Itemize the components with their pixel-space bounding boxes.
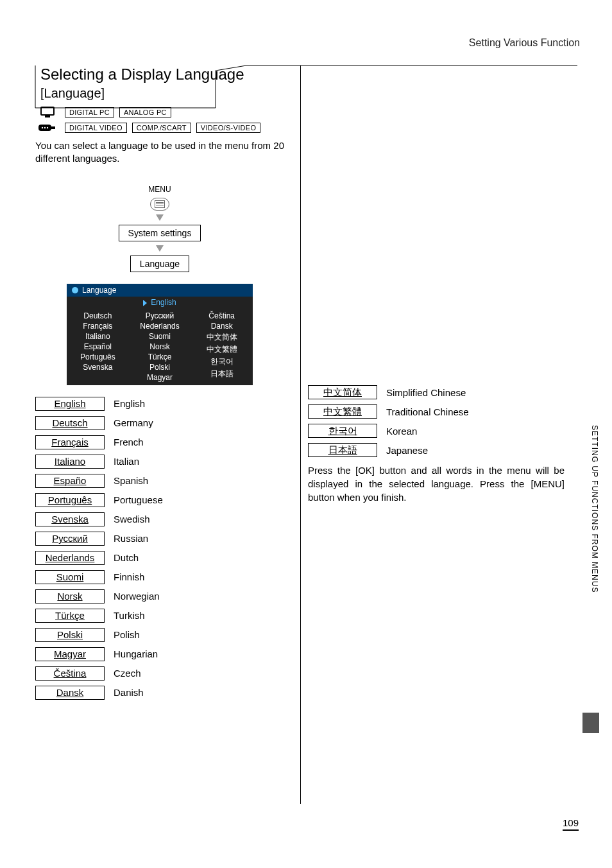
language-description: Danish [114, 687, 144, 698]
arrow-down-icon [156, 245, 164, 252]
section-title: Selecting a Display Language [40, 65, 284, 83]
column-divider [300, 65, 301, 804]
language-row: DeutschGermany [35, 416, 284, 430]
menu-label: MENU [148, 185, 171, 194]
language-description: Turkish [114, 610, 145, 621]
badge-video-svideo: VIDEO/S-VIDEO [196, 123, 260, 133]
menu-button-icon [150, 198, 169, 211]
language-option-button[interactable]: 中文简体 [308, 385, 377, 399]
badge-analog-pc: ANALOG PC [119, 107, 171, 117]
language-description: Dutch [114, 552, 139, 563]
language-row: MagyarHungarian [35, 647, 284, 661]
language-row: NorskNorwegian [35, 589, 284, 603]
language-option-button[interactable]: Português [35, 493, 105, 507]
arrow-down-icon [156, 214, 164, 221]
language-option-button[interactable]: 中文繁體 [308, 404, 377, 419]
svg-point-10 [44, 127, 46, 128]
language-description: English [114, 398, 145, 409]
language-row: DanskDanish [35, 686, 284, 700]
language-description: Japanese [386, 445, 428, 456]
language-row: 中文繁體Traditional Chinese [308, 404, 565, 419]
language-option-button[interactable]: Norsk [35, 589, 105, 603]
language-description: Simplified Chinese [386, 387, 466, 398]
section-subtitle: [Language] [40, 86, 284, 101]
language-description: Hungarian [114, 648, 158, 659]
language-option-button[interactable]: Čeština [35, 666, 105, 681]
language-row: PolskiPolish [35, 628, 284, 642]
language-description: Traditional Chinese [386, 406, 469, 417]
osd-caret-icon [143, 300, 147, 306]
badge-digital-video: DIGITAL VIDEO [65, 123, 127, 133]
badge-comp-scart: COMP./SCART [132, 123, 191, 133]
svg-point-11 [47, 127, 48, 128]
language-description: French [114, 437, 144, 447]
language-option-button[interactable]: Españo [35, 474, 105, 488]
language-row: EnglishEnglish [35, 397, 284, 411]
language-row: EspañoSpanish [35, 474, 284, 488]
language-row: FrançaisFrench [35, 435, 284, 449]
svg-rect-5 [41, 107, 54, 115]
language-row: РусскийRussian [35, 532, 284, 546]
language-description: Portuguese [114, 494, 163, 505]
language-option-button[interactable]: 日本語 [308, 443, 377, 457]
language-row: TürkçeTurkish [35, 609, 284, 623]
language-option-button[interactable]: 한국어 [308, 424, 377, 438]
language-option-button[interactable]: Magyar [35, 647, 105, 661]
language-row: SuomiFinnish [35, 570, 284, 584]
menu-navigation-flow: MENU System settings Language [35, 185, 284, 272]
connector-icon [35, 123, 60, 133]
language-description: Norwegian [114, 591, 160, 602]
language-description: Finnish [114, 571, 144, 582]
language-option-button[interactable]: Italiano [35, 455, 105, 469]
language-description: Czech [114, 668, 141, 679]
language-row: 한국어Korean [308, 424, 565, 438]
language-option-button[interactable]: English [35, 397, 105, 411]
language-option-button[interactable]: Dansk [35, 686, 105, 700]
language-option-button[interactable]: Deutsch [35, 416, 105, 430]
language-option-button[interactable]: Polski [35, 628, 105, 642]
badge-digital-pc: DIGITAL PC [65, 107, 114, 117]
language-row: 日本語Japanese [308, 443, 565, 457]
language-row: ČeštinaCzech [35, 666, 284, 681]
language-option-button[interactable]: Türkçe [35, 609, 105, 623]
language-row: NederlandsDutch [35, 551, 284, 565]
flow-step-language: Language [130, 256, 189, 272]
osd-screenshot: Language English DeutschFrançaisItaliano… [67, 284, 253, 385]
language-option-button[interactable]: Français [35, 435, 105, 449]
svg-point-9 [42, 127, 43, 128]
language-option-button[interactable]: Suomi [35, 570, 105, 584]
language-description: Italian [114, 456, 139, 467]
language-list-right: 中文简体Simplified Chinese中文繁體Traditional Ch… [308, 385, 565, 457]
svg-rect-8 [51, 126, 55, 129]
flow-step-system-settings: System settings [119, 225, 201, 241]
language-row: PortuguêsPortuguese [35, 493, 284, 507]
svg-rect-6 [45, 116, 50, 117]
intro-paragraph: You can select a language to be used in … [35, 139, 284, 166]
language-description: Germany [114, 417, 153, 428]
osd-col-2: РусскийNederlandsSuomi NorskTürkçePolski… [129, 311, 191, 383]
language-option-button[interactable]: Русский [35, 532, 105, 546]
osd-header-title: Language [82, 286, 116, 295]
monitor-icon [35, 106, 60, 119]
osd-col-1: DeutschFrançaisItaliano EspañolPortuguês… [67, 311, 129, 383]
language-row: ItalianoItalian [35, 455, 284, 469]
language-option-button[interactable]: Nederlands [35, 551, 105, 565]
instruction-paragraph: Press the [OK] button and all words in t… [308, 464, 565, 504]
language-row: SvenskaSwedish [35, 512, 284, 526]
language-list-left: EnglishEnglishDeutschGermanyFrançaisFren… [35, 397, 284, 700]
language-description: Russian [114, 533, 148, 544]
language-description: Korean [386, 426, 417, 437]
osd-col-3: ČeštinaDansk中文简体 中文繁體한국어日本語 [191, 311, 253, 383]
language-description: Swedish [114, 514, 150, 525]
osd-header-icon [72, 287, 78, 293]
osd-selected: English [151, 298, 176, 307]
language-description: Spanish [114, 475, 148, 486]
language-option-button[interactable]: Svenska [35, 512, 105, 526]
language-description: Polish [114, 629, 140, 640]
language-row: 中文简体Simplified Chinese [308, 385, 565, 399]
